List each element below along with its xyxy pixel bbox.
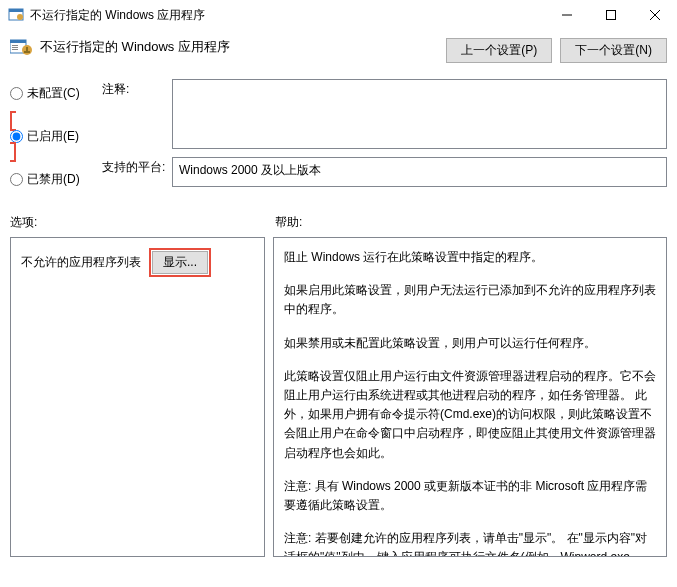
svg-rect-11 xyxy=(12,49,18,50)
svg-rect-9 xyxy=(12,45,18,46)
maximize-button[interactable] xyxy=(589,0,633,30)
svg-rect-13 xyxy=(26,47,28,51)
svg-rect-14 xyxy=(24,51,30,53)
help-paragraph: 注意: 具有 Windows 2000 或更新版本证书的非 Microsoft … xyxy=(284,477,656,515)
help-paragraph: 如果启用此策略设置，则用户无法运行已添加到不允许的应用程序列表中的程序。 xyxy=(284,281,656,319)
help-paragraph: 阻止 Windows 运行在此策略设置中指定的程序。 xyxy=(284,248,656,267)
minimize-button[interactable] xyxy=(545,0,589,30)
radio-disabled[interactable]: 已禁用(D) xyxy=(10,171,102,188)
svg-rect-10 xyxy=(12,47,18,48)
comment-label: 注释: xyxy=(102,79,172,149)
options-panel: 不允许的应用程序列表 显示... xyxy=(10,237,265,557)
radio-enabled[interactable]: 已启用(E) xyxy=(10,128,102,145)
radio-disabled-input[interactable] xyxy=(10,173,23,186)
header-row: 不运行指定的 Windows 应用程序 上一个设置(P) 下一个设置(N) xyxy=(0,30,677,79)
policy-icon xyxy=(10,39,34,55)
show-button-highlight: 显示... xyxy=(149,248,211,277)
enabled-highlight: 已启用(E) xyxy=(10,111,102,162)
options-section-label: 选项: xyxy=(10,214,275,231)
radio-not-configured-input[interactable] xyxy=(10,87,23,100)
platform-label: 支持的平台: xyxy=(102,157,172,187)
disallowed-list-label: 不允许的应用程序列表 xyxy=(21,254,141,271)
platform-box: Windows 2000 及以上版本 xyxy=(172,157,667,187)
svg-rect-8 xyxy=(10,40,26,43)
help-section-label: 帮助: xyxy=(275,214,302,231)
help-paragraph: 此策略设置仅阻止用户运行由文件资源管理器进程启动的程序。它不会阻止用户运行由系统… xyxy=(284,367,656,463)
radio-group: 未配置(C) 已启用(E) 已禁用(D) xyxy=(10,79,102,200)
next-setting-button[interactable]: 下一个设置(N) xyxy=(560,38,667,63)
show-button[interactable]: 显示... xyxy=(152,251,208,274)
help-paragraph: 如果禁用或未配置此策略设置，则用户可以运行任何程序。 xyxy=(284,334,656,353)
window-title: 不运行指定的 Windows 应用程序 xyxy=(30,7,545,24)
svg-point-2 xyxy=(17,14,23,20)
close-button[interactable] xyxy=(633,0,677,30)
comment-textarea[interactable] xyxy=(172,79,667,149)
help-panel: 阻止 Windows 运行在此策略设置中指定的程序。 如果启用此策略设置，则用户… xyxy=(273,237,667,557)
app-icon xyxy=(8,7,24,23)
svg-rect-4 xyxy=(607,11,616,20)
radio-not-configured[interactable]: 未配置(C) xyxy=(10,85,102,102)
window-titlebar: 不运行指定的 Windows 应用程序 xyxy=(0,0,677,30)
policy-title: 不运行指定的 Windows 应用程序 xyxy=(40,38,230,56)
previous-setting-button[interactable]: 上一个设置(P) xyxy=(446,38,552,63)
svg-rect-1 xyxy=(9,9,23,12)
help-paragraph: 注意: 若要创建允许的应用程序列表，请单击"显示"。 在"显示内容"对话框的"值… xyxy=(284,529,656,557)
radio-enabled-input[interactable] xyxy=(10,130,23,143)
